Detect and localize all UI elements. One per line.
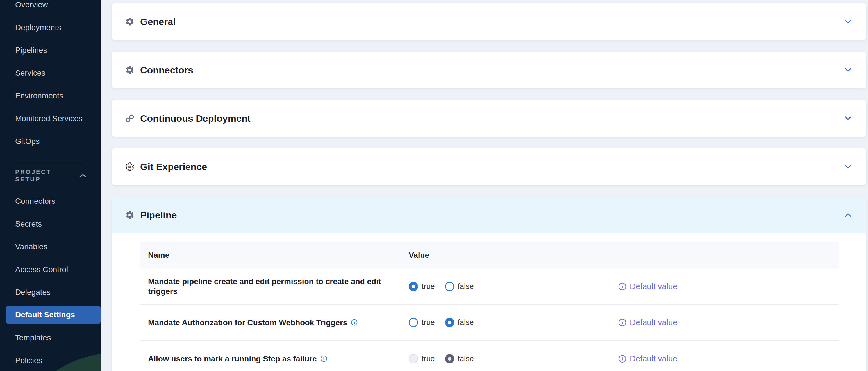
radio-true-label: true xyxy=(422,282,435,291)
sidebar-item-pipelines[interactable]: Pipelines xyxy=(0,39,100,61)
sidebar-item-environments[interactable]: Environments xyxy=(0,84,100,107)
sidebar-setup-nav: Connectors Secrets Variables Access Cont… xyxy=(0,190,100,371)
table-row: Mandate Authorization for Custom Webhook… xyxy=(140,305,838,341)
radio-false[interactable] xyxy=(445,318,454,327)
sidebar-item-monitored-services[interactable]: Monitored Services xyxy=(0,107,100,130)
sidebar-item-policies[interactable]: Policies xyxy=(0,349,100,371)
radio-false[interactable] xyxy=(445,282,454,291)
svg-text:</>: </> xyxy=(128,165,132,168)
section-pipeline: Pipeline Name Value Mandate pipeline cre… xyxy=(112,197,866,371)
info-icon[interactable] xyxy=(350,319,358,326)
table-header-row: Name Value xyxy=(140,242,838,269)
radio-false[interactable] xyxy=(445,354,454,364)
section-pipeline-header[interactable]: Pipeline xyxy=(112,197,866,233)
sidebar-top-nav: Overview Deployments Pipelines Services … xyxy=(0,0,100,152)
section-git-experience-header[interactable]: </> Git Experience xyxy=(112,148,866,185)
radio-true[interactable] xyxy=(409,318,418,327)
gear-icon xyxy=(125,17,134,26)
section-title: Connectors xyxy=(140,65,193,76)
chevron-down-icon[interactable] xyxy=(844,165,852,169)
gear-code-icon: </> xyxy=(125,162,134,171)
default-value-text: Default value xyxy=(630,354,677,364)
sidebar-item-access-control[interactable]: Access Control xyxy=(0,258,100,281)
chevron-up-icon xyxy=(79,173,87,178)
section-title: Git Experience xyxy=(140,161,207,172)
radio-false-label: false xyxy=(458,354,474,363)
radio-false-label: false xyxy=(458,282,474,291)
default-value-link[interactable]: Default value xyxy=(618,282,838,291)
column-header-name: Name xyxy=(148,251,409,260)
project-setup-label: PROJECT SETUP xyxy=(15,168,79,183)
sidebar-item-default-settings[interactable]: Default Settings xyxy=(6,306,100,324)
info-icon xyxy=(618,282,627,291)
default-value-text: Default value xyxy=(630,318,677,327)
setting-name: Mandate Authorization for Custom Webhook… xyxy=(148,318,347,327)
pipeline-settings-table: Name Value Mandate pipeline create and e… xyxy=(140,242,838,371)
sidebar-item-deployments[interactable]: Deployments xyxy=(0,16,100,39)
section-title: General xyxy=(140,16,176,27)
section-connectors: Connectors xyxy=(112,52,866,88)
sidebar-divider xyxy=(15,162,87,162)
section-title: Pipeline xyxy=(140,210,177,221)
default-value-link[interactable]: Default value xyxy=(618,318,838,327)
sidebar-item-connectors[interactable]: Connectors xyxy=(0,190,100,212)
radio-group: true false xyxy=(409,318,618,327)
section-continuous-deployment-header[interactable]: Continuous Deployment xyxy=(112,100,866,137)
radio-true-label: true xyxy=(422,354,435,363)
project-setup-group-toggle[interactable]: PROJECT SETUP xyxy=(0,169,100,182)
sidebar-item-variables[interactable]: Variables xyxy=(0,235,100,258)
section-general-header[interactable]: General xyxy=(112,3,866,40)
settings-main: General Connectors Continuous Deployment xyxy=(112,0,866,371)
info-icon xyxy=(618,354,627,363)
sidebar-item-services[interactable]: Services xyxy=(0,61,100,84)
sidebar-item-templates[interactable]: Templates xyxy=(0,326,100,349)
chevron-down-icon[interactable] xyxy=(844,116,852,121)
gear-icon xyxy=(125,65,134,75)
setting-name: Mandate pipeline create and edit permiss… xyxy=(148,277,400,296)
default-value-text: Default value xyxy=(630,282,677,291)
default-value-link[interactable]: Default value xyxy=(618,354,838,364)
section-title: Continuous Deployment xyxy=(140,113,251,124)
section-connectors-header[interactable]: Connectors xyxy=(112,52,866,88)
radio-true[interactable] xyxy=(409,354,418,364)
gear-icon xyxy=(125,210,134,220)
radio-true-label: true xyxy=(422,318,435,327)
sidebar-item-delegates[interactable]: Delegates xyxy=(0,281,100,304)
column-header-value: Value xyxy=(409,251,838,260)
info-icon[interactable] xyxy=(320,355,328,362)
radio-false-label: false xyxy=(458,318,474,327)
radio-true[interactable] xyxy=(409,282,418,291)
sidebar-item-gitops[interactable]: GitOps xyxy=(0,130,100,152)
section-general: General xyxy=(112,3,866,40)
radio-group: true false xyxy=(409,354,618,364)
radio-group: true false xyxy=(409,282,618,291)
info-icon xyxy=(618,318,627,327)
chevron-down-icon[interactable] xyxy=(844,68,852,72)
chevron-down-icon[interactable] xyxy=(844,20,852,24)
chevron-up-icon[interactable] xyxy=(844,213,852,217)
sidebar-item-overview[interactable]: Overview xyxy=(0,0,100,16)
link-icon xyxy=(125,114,134,123)
table-row: Mandate pipeline create and edit permiss… xyxy=(140,269,838,305)
section-git-experience: </> Git Experience xyxy=(112,148,866,185)
table-row: Allow users to mark a running Step as fa… xyxy=(140,341,838,371)
section-continuous-deployment: Continuous Deployment xyxy=(112,100,866,137)
setting-name: Allow users to mark a running Step as fa… xyxy=(148,354,317,364)
sidebar: Overview Deployments Pipelines Services … xyxy=(0,0,100,371)
sidebar-item-secrets[interactable]: Secrets xyxy=(0,212,100,235)
